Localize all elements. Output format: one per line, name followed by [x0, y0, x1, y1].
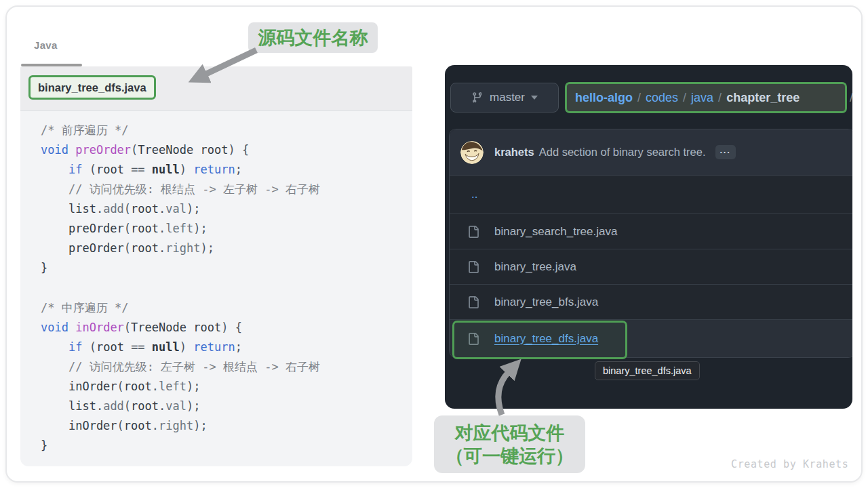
- breadcrumb-separator: /: [637, 91, 641, 105]
- chevron-down-icon: [531, 96, 538, 100]
- file-name[interactable]: binary_tree_bfs.java: [494, 296, 598, 309]
- code-line: preOrder(root.left);: [41, 219, 320, 239]
- breadcrumb-trailing-slash: /: [850, 82, 852, 113]
- breadcrumb: hello-algo/codes/java/chapter_tree: [565, 82, 847, 113]
- code-block-header: binary_tree_dfs.java: [20, 66, 412, 111]
- file-icon: [467, 261, 479, 273]
- code-line: void preOrder(TreeNode root) {: [41, 140, 320, 160]
- breadcrumb-separator: /: [718, 91, 722, 105]
- file-list-container: krahets Add section of binary search tre…: [449, 129, 852, 358]
- latest-commit-row: krahets Add section of binary search tre…: [450, 129, 852, 176]
- breadcrumb-chapter_tree: chapter_tree: [726, 91, 800, 105]
- code-block-panel: binary_tree_dfs.java /* 前序遍历 */void preO…: [20, 66, 412, 466]
- code-block-inorder: /* 中序遍历 */void inOrder(TreeNode root) { …: [41, 298, 320, 455]
- code-line: inOrder(root.left);: [41, 377, 320, 396]
- commit-author[interactable]: krahets: [494, 146, 534, 159]
- code-line: inOrder(root.right);: [41, 416, 320, 436]
- code-line: if (root == null) return;: [41, 338, 320, 357]
- file-row-parent-dir[interactable]: ..: [450, 176, 852, 214]
- code-line: void inOrder(TreeNode root) {: [41, 318, 320, 338]
- github-file-browser: master hello-algo/codes/java/chapter_tre…: [445, 65, 852, 409]
- breadcrumb-hello-algo[interactable]: hello-algo: [575, 91, 633, 105]
- code-line: preOrder(root.right);: [41, 239, 320, 258]
- code-line: }: [41, 436, 320, 455]
- code-block-preorder: /* 前序遍历 */void preOrder(TreeNode root) {…: [41, 121, 320, 278]
- avatar[interactable]: [460, 141, 484, 164]
- file-icon: [467, 226, 479, 238]
- code-line: if (root == null) return;: [41, 160, 320, 180]
- file-name[interactable]: binary_tree.java: [494, 260, 576, 274]
- breadcrumb-codes[interactable]: codes: [646, 91, 678, 105]
- source-filename-label: binary_tree_dfs.java: [28, 75, 156, 100]
- breadcrumb-java[interactable]: java: [691, 91, 713, 105]
- file-name[interactable]: binary_tree_dfs.java: [494, 332, 598, 346]
- annotation-code-file-line2: （可一键运行）: [446, 445, 574, 468]
- file-row-binary_search_tree.java[interactable]: binary_search_tree.java: [450, 214, 852, 249]
- file-icon: [467, 333, 479, 345]
- code-line: list.add(root.val);: [41, 396, 320, 416]
- file-icon: [467, 296, 479, 308]
- file-row-binary_tree.java[interactable]: binary_tree.java: [450, 249, 852, 284]
- tab-java[interactable]: Java: [34, 39, 58, 51]
- code-line: /* 中序遍历 */: [41, 298, 320, 318]
- code-line: list.add(root.val);: [41, 199, 320, 219]
- file-row-binary_tree_dfs.java[interactable]: binary_tree_dfs.java: [450, 319, 852, 357]
- breadcrumb-separator: /: [683, 91, 686, 105]
- code-line: /* 前序遍历 */: [41, 121, 320, 140]
- figure-canvas: Java binary_tree_dfs.java /* 前序遍历 */void…: [0, 0, 868, 488]
- credit-text: Created by Krahets: [731, 458, 848, 470]
- code-line: }: [41, 258, 320, 278]
- file-name[interactable]: ..: [471, 188, 477, 201]
- annotation-code-file-line1: 对应代码文件: [455, 422, 565, 445]
- branch-name: master: [490, 91, 525, 104]
- annotation-source-filename: 源码文件名称: [248, 22, 378, 53]
- file-name[interactable]: binary_search_tree.java: [494, 225, 617, 239]
- annotation-source-filename-text: 源码文件名称: [258, 26, 368, 50]
- annotation-code-file: 对应代码文件 （可一键运行）: [434, 415, 585, 473]
- kebab-ellipsis-icon[interactable]: ···: [715, 145, 736, 159]
- tooltip: binary_tree_dfs.java: [595, 361, 700, 380]
- git-branch-icon: [471, 92, 484, 104]
- file-rows: ..binary_search_tree.javabinary_tree.jav…: [450, 176, 852, 357]
- code-line: // 访问优先级: 根结点 -> 左子树 -> 右子树: [41, 180, 320, 199]
- file-row-binary_tree_bfs.java[interactable]: binary_tree_bfs.java: [450, 284, 852, 319]
- code-line: // 访问优先级: 左子树 -> 根结点 -> 右子树: [41, 357, 320, 377]
- commit-message[interactable]: Add section of binary search tree.: [539, 146, 706, 159]
- branch-selector-button[interactable]: master: [450, 83, 559, 113]
